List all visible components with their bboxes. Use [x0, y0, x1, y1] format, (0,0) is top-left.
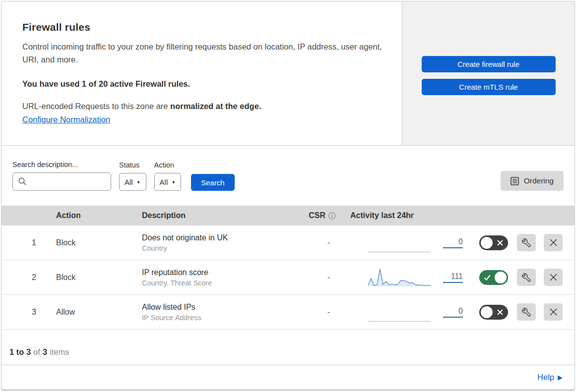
- search-input[interactable]: [12, 172, 111, 191]
- delete-rule-button[interactable]: [544, 303, 563, 321]
- close-icon: [549, 238, 558, 247]
- delete-rule-button[interactable]: [544, 269, 563, 286]
- rule-priority: 2: [1, 273, 41, 282]
- toggle-knob: [481, 306, 493, 318]
- pagination-total: 3: [43, 347, 47, 356]
- firewall-rules-card: Firewall rules Control incoming traffic …: [1, 1, 575, 391]
- normalization-prefix: URL-encoded Requests to this zone are: [22, 102, 170, 111]
- status-dropdown-value: All: [125, 178, 133, 186]
- status-filter-group: Status All ▼: [119, 161, 146, 191]
- search-group: Search description...: [12, 161, 111, 191]
- help-link[interactable]: Help ▶: [537, 373, 563, 382]
- table-row: 1 Block Does not originate in UK Country…: [1, 225, 575, 260]
- ordering-button[interactable]: Ordering: [501, 171, 564, 191]
- intro-actions-panel: Create firewall rule Create mTLS rule: [402, 1, 575, 145]
- rule-title: Does not originate in UK: [142, 233, 294, 242]
- list-icon: [511, 177, 519, 185]
- action-label: Action: [154, 161, 182, 169]
- info-icon[interactable]: [328, 212, 336, 220]
- toggle-state-icon: [496, 239, 504, 247]
- configure-normalization-link[interactable]: Configure Normalization: [22, 115, 110, 124]
- help-bar: Help ▶: [1, 365, 575, 390]
- column-header-csr: CSR: [294, 211, 339, 220]
- column-header-action: Action: [41, 211, 142, 220]
- rule-controls: [463, 234, 575, 251]
- rule-priority: 1: [1, 238, 41, 247]
- rule-action: Block: [41, 238, 142, 247]
- close-icon: [549, 308, 558, 316]
- rule-enabled-toggle[interactable]: [479, 305, 508, 320]
- intro-text-area: Firewall rules Control incoming traffic …: [1, 1, 402, 145]
- activity-sparkline: [368, 302, 431, 322]
- table-row: 3 Allow Allow listed IPs IP Source Addre…: [1, 295, 575, 330]
- help-link-label: Help: [537, 373, 554, 382]
- rule-csr-value: -: [294, 308, 339, 317]
- rule-enabled-toggle[interactable]: [479, 270, 508, 285]
- pagination-range: 1 to 3: [9, 347, 31, 356]
- usage-summary: You have used 1 of 20 active Firewall ru…: [22, 79, 382, 89]
- create-firewall-rule-button[interactable]: Create firewall rule: [422, 56, 556, 72]
- ordering-button-label: Ordering: [524, 176, 554, 185]
- wrench-icon: [522, 308, 531, 317]
- rule-description-cell: Does not originate in UK Country: [142, 233, 294, 252]
- search-input-wrap: [12, 172, 111, 191]
- table-row: 2 Block IP reputation score Country, Thr…: [1, 260, 575, 295]
- column-header-activity: Activity last 24hr: [339, 211, 463, 220]
- chevron-down-icon: ▼: [171, 180, 176, 185]
- pagination-items: items: [50, 347, 69, 357]
- rule-csr-value: -: [294, 238, 339, 247]
- page-title: Firewall rules: [22, 21, 382, 33]
- pagination-bar: 1 to 3 of 3 items: [1, 330, 575, 365]
- rule-action: Block: [41, 273, 142, 282]
- activity-count-link[interactable]: 0: [443, 306, 463, 317]
- wrench-icon: [522, 273, 531, 282]
- close-icon: [549, 273, 558, 281]
- search-label: Search description...: [12, 161, 111, 168]
- edit-rule-button[interactable]: [517, 303, 536, 321]
- rule-enabled-toggle[interactable]: [479, 235, 508, 250]
- status-dropdown[interactable]: All ▼: [119, 173, 146, 191]
- rule-action: Allow: [41, 308, 142, 317]
- wrench-icon: [522, 238, 531, 247]
- create-mtls-rule-button[interactable]: Create mTLS rule: [422, 79, 556, 95]
- edit-rule-button[interactable]: [517, 269, 536, 286]
- csr-header-label: CSR: [309, 211, 325, 220]
- activity-sparkline: [368, 233, 431, 253]
- rule-controls: [463, 269, 575, 286]
- action-filter-group: Action All ▼: [154, 161, 182, 191]
- intro-section: Firewall rules Control incoming traffic …: [1, 1, 575, 146]
- arrow-right-icon: ▶: [558, 374, 563, 381]
- chevron-down-icon: ▼: [136, 180, 141, 185]
- rule-activity-cell: 0: [339, 302, 463, 322]
- normalization-bold: normalized at the edge.: [170, 102, 261, 111]
- rule-title: IP reputation score: [142, 268, 294, 277]
- page-description: Control incoming traffic to your zone by…: [22, 41, 382, 66]
- activity-count-link[interactable]: 0: [443, 237, 463, 248]
- normalization-note: URL-encoded Requests to this zone are no…: [22, 102, 382, 111]
- rule-description-cell: IP reputation score Country, Threat Scor…: [142, 268, 294, 287]
- rule-fields: IP Source Address: [142, 314, 294, 322]
- action-dropdown[interactable]: All ▼: [154, 173, 182, 191]
- activity-count-link[interactable]: 111: [443, 272, 463, 282]
- rule-activity-cell: 0: [339, 233, 463, 253]
- toggle-knob: [481, 237, 493, 249]
- rule-controls: [463, 303, 575, 321]
- rule-csr-value: -: [294, 273, 339, 282]
- search-button[interactable]: Search: [191, 174, 235, 191]
- rule-fields: Country: [142, 244, 294, 252]
- table-header: Action Description CSR Activity last 24h…: [1, 206, 575, 225]
- pagination-of: of: [33, 347, 40, 357]
- status-label: Status: [119, 161, 146, 169]
- toggle-state-icon: [483, 274, 491, 281]
- edit-rule-button[interactable]: [517, 234, 536, 251]
- rule-description-cell: Allow listed IPs IP Source Address: [142, 303, 294, 322]
- filter-bar: Search description... Status All ▼ Actio…: [1, 146, 575, 206]
- toggle-state-icon: [496, 308, 504, 316]
- rule-title: Allow listed IPs: [142, 303, 294, 312]
- toggle-knob: [495, 272, 507, 283]
- rule-fields: Country, Threat Score: [142, 279, 294, 287]
- delete-rule-button[interactable]: [544, 234, 563, 251]
- column-header-description: Description: [142, 211, 294, 220]
- activity-sparkline: [368, 268, 431, 287]
- rule-activity-cell: 111: [339, 268, 463, 287]
